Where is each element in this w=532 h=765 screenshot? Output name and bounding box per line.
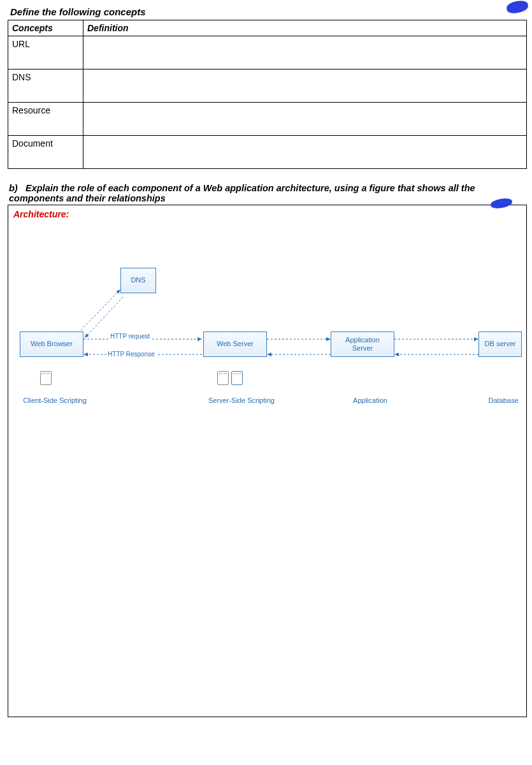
concept-cell: Document xyxy=(8,136,83,169)
table-row: URL xyxy=(8,36,527,69)
table-header-concepts: Concepts xyxy=(8,20,83,36)
caption-client-side-scripting: Client-Side Scripting xyxy=(13,397,96,404)
concept-cell: DNS xyxy=(8,69,83,103)
table-row: Document xyxy=(8,136,527,169)
definition-cell xyxy=(83,69,527,103)
definition-cell xyxy=(83,136,527,169)
question-b-label: b) xyxy=(9,183,23,193)
concept-cell: URL xyxy=(8,36,83,69)
svg-line-1 xyxy=(85,297,123,338)
table-row: Resource xyxy=(8,103,527,136)
svg-line-0 xyxy=(78,289,120,333)
architecture-diagram: DNS Web Browser Web Server Application S… xyxy=(13,232,522,717)
link-label-http-request: HTTP request xyxy=(109,333,151,340)
concepts-table: Concepts Definition URL DNS Resource Doc… xyxy=(8,20,527,169)
definition-cell xyxy=(83,103,527,136)
diagram-connectors xyxy=(13,232,522,423)
table-row: DNS xyxy=(8,69,527,103)
node-application-server: Application Server xyxy=(331,332,394,357)
node-web-browser: Web Browser xyxy=(20,332,83,357)
caption-server-side-scripting: Server-Side Scripting xyxy=(203,397,280,404)
node-web-server: Web Server xyxy=(203,332,267,357)
table-header-definition: Definition xyxy=(83,20,527,36)
node-db-server: DB server xyxy=(478,332,522,357)
caption-application: Application xyxy=(345,397,396,404)
heading-define-concepts: Define the following concepts xyxy=(10,6,526,17)
link-label-http-response: HTTP Response xyxy=(106,351,156,358)
document-icon xyxy=(217,371,229,385)
node-dns: DNS xyxy=(120,268,156,293)
document-icon xyxy=(40,371,52,385)
concept-cell: Resource xyxy=(8,103,83,136)
question-b: b) Explain the role of each component of… xyxy=(9,183,526,203)
architecture-title: Architecture: xyxy=(13,209,521,219)
caption-database: Database xyxy=(481,397,526,404)
architecture-box: Architecture: DNS Web Browser Web xyxy=(8,205,527,717)
definition-cell xyxy=(83,36,527,69)
question-b-text: Explain the role of each component of a … xyxy=(9,183,475,203)
document-icon xyxy=(231,371,243,385)
